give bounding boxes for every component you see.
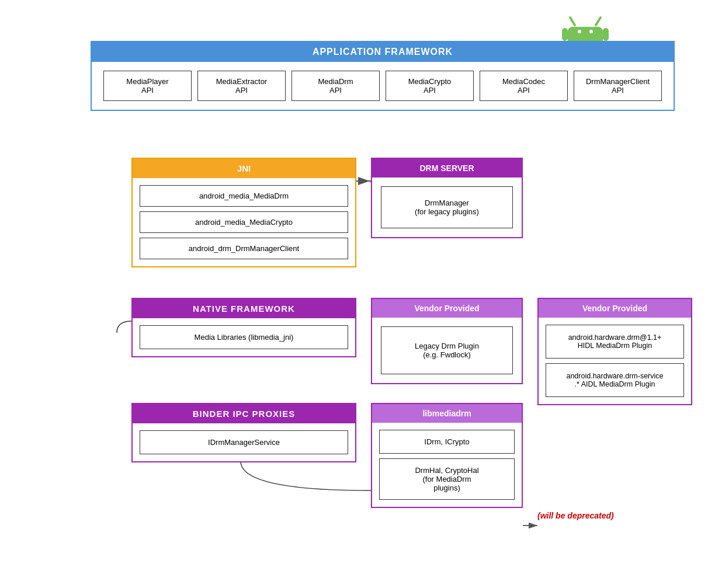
binder-header: BINDER IPC PROXIES xyxy=(133,404,355,423)
vendor2-body: android.hardware.drm@1.1+HIDL MediaDrm P… xyxy=(539,318,691,404)
app-framework-header: APPLICATION FRAMEWORK xyxy=(92,42,674,62)
svg-point-6 xyxy=(578,30,581,33)
api-box-mediacrypto: MediaCryptoAPI xyxy=(386,71,474,101)
jni-item-1: android_media_MediaDrm xyxy=(140,185,348,207)
svg-line-5 xyxy=(596,18,601,25)
diagram-container: APPLICATION FRAMEWORK MediaPlayerAPI Med… xyxy=(0,0,708,588)
app-framework-body: MediaPlayerAPI MediaExtractorAPI MediaDr… xyxy=(92,62,674,110)
svg-rect-9 xyxy=(603,28,609,41)
libmediadrm-item-1: IDrm, ICrypto xyxy=(379,430,515,454)
jni-box: JNI android_media_MediaDrm android_media… xyxy=(131,158,356,267)
api-box-mediadrm: MediaDrmAPI xyxy=(291,71,380,101)
vendor2-box: Vendor Provided android.hardware.drm@1.1… xyxy=(537,298,692,405)
drm-server-body: DrmManager(for legacy plugins) xyxy=(372,178,522,237)
native-fw-item: Media Libraries (libmedia_jni) xyxy=(140,325,348,349)
binder-box: BINDER IPC PROXIES IDrmManagerService xyxy=(131,403,356,462)
native-framework-box: NATIVE FRAMEWORK Media Libraries (libmed… xyxy=(131,298,356,357)
native-framework-header: NATIVE FRAMEWORK xyxy=(133,299,355,318)
vendor2-item-2: android.hardware.drm-service.* AIDL Medi… xyxy=(546,363,684,397)
jni-header: JNI xyxy=(133,159,355,178)
svg-point-7 xyxy=(589,30,593,33)
vendor1-body: Legacy Drm Plugin(e.g. Fwdlock) xyxy=(372,318,522,383)
deprecated-text: (will be deprecated) xyxy=(537,511,614,520)
binder-item: IDrmManagerService xyxy=(140,430,348,454)
libmediadrm-item-2: DrmHal, CryptoHal(for MediaDrmplugins) xyxy=(379,458,515,500)
binder-body: IDrmManagerService xyxy=(133,423,355,461)
native-framework-body: Media Libraries (libmedia_jni) xyxy=(133,318,355,356)
vendor1-item: Legacy Drm Plugin(e.g. Fwdlock) xyxy=(381,326,513,374)
drm-server-box: DRM SERVER DrmManager(for legacy plugins… xyxy=(371,158,523,238)
api-box-mediacodec: MediaCodecAPI xyxy=(480,71,568,101)
libmediadrm-header: libmediadrm xyxy=(372,404,522,423)
svg-rect-8 xyxy=(562,28,568,41)
app-framework-box: APPLICATION FRAMEWORK MediaPlayerAPI Med… xyxy=(91,41,675,111)
svg-line-4 xyxy=(570,18,575,25)
drm-server-item: DrmManager(for legacy plugins) xyxy=(381,186,513,228)
api-box-mediaplayer: MediaPlayerAPI xyxy=(103,71,192,101)
api-box-mediaextractor: MediaExtractorAPI xyxy=(197,71,286,101)
jni-item-2: android_media_MediaCrypto xyxy=(140,211,348,233)
api-box-drmmanagerclient: DrmManagerClientAPI xyxy=(574,71,662,101)
vendor1-header: Vendor Provided xyxy=(372,299,522,318)
jni-item-3: android_drm_DrmManagerClient xyxy=(140,238,348,259)
vendor1-box: Vendor Provided Legacy Drm Plugin(e.g. F… xyxy=(371,298,523,384)
vendor2-item-1: android.hardware.drm@1.1+HIDL MediaDrm P… xyxy=(546,325,684,359)
vendor2-header: Vendor Provided xyxy=(539,299,691,318)
libmediadrm-box: libmediadrm IDrm, ICrypto DrmHal, Crypto… xyxy=(371,403,523,508)
jni-body: android_media_MediaDrm android_media_Med… xyxy=(133,178,355,266)
drm-server-header: DRM SERVER xyxy=(372,159,522,178)
libmediadrm-body: IDrm, ICrypto DrmHal, CryptoHal(for Medi… xyxy=(372,423,522,507)
